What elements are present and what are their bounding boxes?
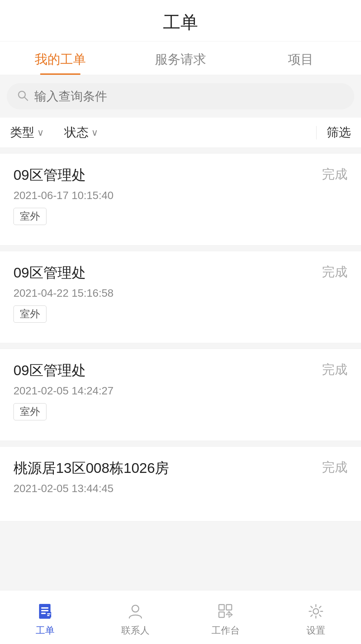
tab-service-request[interactable]: 服务请求 bbox=[120, 41, 240, 75]
screen-filter[interactable]: 筛选 bbox=[327, 124, 351, 141]
status-filter[interactable]: 状态 ∨ bbox=[64, 124, 98, 141]
bottom-nav: 工单 联系人 工作台 设置 bbox=[0, 590, 361, 644]
gear-icon bbox=[306, 601, 326, 621]
svg-rect-10 bbox=[219, 605, 224, 610]
search-input[interactable] bbox=[34, 89, 344, 103]
svg-rect-11 bbox=[226, 605, 232, 610]
grid-icon bbox=[216, 601, 236, 621]
tabs-bar: 我的工单 服务请求 项目 bbox=[0, 41, 361, 75]
type-chevron-icon: ∨ bbox=[37, 127, 44, 138]
svg-point-9 bbox=[132, 605, 139, 612]
tab-project[interactable]: 项目 bbox=[241, 41, 361, 75]
nav-contacts[interactable]: 联系人 bbox=[90, 598, 180, 637]
svg-rect-7 bbox=[47, 613, 51, 614]
table-row[interactable]: 桃源居13区008栋1026房 完成 2021-02-05 13:44:45 bbox=[0, 446, 361, 521]
cards-list: 09区管理处 完成 2021-06-17 10:15:40 室外 09区管理处 … bbox=[0, 153, 361, 587]
svg-rect-4 bbox=[41, 610, 48, 611]
search-bar[interactable] bbox=[7, 83, 354, 109]
svg-rect-3 bbox=[41, 607, 48, 609]
search-icon bbox=[17, 90, 29, 103]
table-row[interactable]: 09区管理处 完成 2021-04-22 15:16:58 室外 bbox=[0, 251, 361, 343]
table-row[interactable]: 09区管理处 完成 2021-02-05 14:24:27 室外 bbox=[0, 349, 361, 441]
table-row[interactable]: 09区管理处 完成 2021-06-17 10:15:40 室外 bbox=[0, 153, 361, 246]
header: 工单 bbox=[0, 0, 361, 41]
nav-workorder[interactable]: 工单 bbox=[0, 598, 90, 637]
filter-bar: 类型 ∨ 状态 ∨ 筛选 bbox=[0, 118, 361, 148]
nav-workbench[interactable]: 工作台 bbox=[180, 598, 271, 637]
filter-divider bbox=[316, 126, 317, 139]
person-icon bbox=[125, 601, 145, 621]
document-icon bbox=[35, 601, 55, 621]
type-filter[interactable]: 类型 ∨ bbox=[10, 124, 44, 141]
svg-rect-5 bbox=[41, 613, 46, 614]
status-chevron-icon: ∨ bbox=[91, 127, 98, 138]
nav-settings[interactable]: 设置 bbox=[271, 598, 361, 637]
svg-line-1 bbox=[24, 97, 28, 100]
svg-rect-12 bbox=[219, 612, 224, 617]
page-title: 工单 bbox=[163, 12, 198, 32]
svg-rect-8 bbox=[47, 615, 50, 616]
svg-point-15 bbox=[313, 609, 319, 614]
svg-marker-6 bbox=[46, 612, 51, 617]
tab-my-orders[interactable]: 我的工单 bbox=[0, 41, 120, 75]
